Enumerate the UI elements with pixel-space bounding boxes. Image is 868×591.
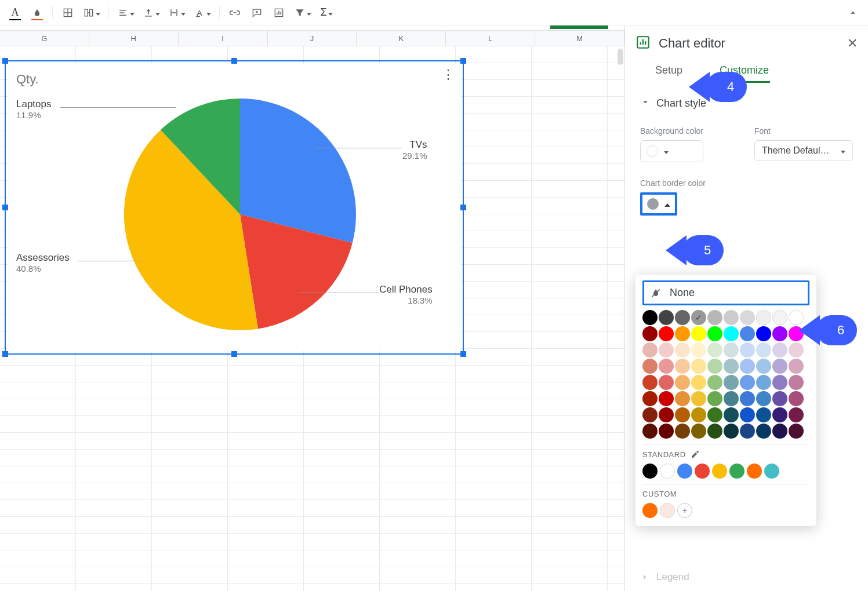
color-swatch[interactable] bbox=[740, 424, 755, 439]
color-swatch[interactable] bbox=[659, 407, 674, 422]
color-swatch[interactable] bbox=[724, 359, 739, 374]
color-swatch[interactable] bbox=[691, 424, 706, 439]
color-swatch[interactable] bbox=[642, 407, 658, 422]
color-swatch[interactable] bbox=[675, 424, 690, 439]
color-swatch[interactable] bbox=[675, 407, 690, 422]
color-swatch[interactable] bbox=[659, 359, 674, 374]
color-none-option[interactable]: None bbox=[642, 280, 809, 305]
color-swatch[interactable] bbox=[740, 310, 755, 325]
add-custom-color-button[interactable]: + bbox=[677, 503, 692, 518]
color-swatch[interactable] bbox=[772, 375, 787, 390]
color-swatch[interactable] bbox=[707, 310, 722, 325]
color-swatch[interactable] bbox=[642, 503, 658, 518]
color-swatch[interactable] bbox=[691, 359, 706, 374]
color-swatch[interactable] bbox=[789, 359, 804, 374]
color-swatch[interactable] bbox=[756, 391, 771, 406]
color-swatch[interactable] bbox=[675, 375, 690, 390]
vertical-align-button[interactable] bbox=[140, 4, 162, 21]
color-swatch[interactable] bbox=[724, 424, 739, 439]
color-swatch[interactable] bbox=[740, 391, 755, 406]
color-swatch[interactable] bbox=[659, 326, 674, 341]
color-swatch[interactable] bbox=[724, 342, 739, 357]
color-swatch[interactable] bbox=[756, 310, 771, 325]
color-swatch[interactable] bbox=[691, 391, 706, 406]
color-swatch[interactable] bbox=[756, 326, 771, 341]
color-swatch[interactable] bbox=[642, 424, 658, 439]
color-swatch[interactable] bbox=[691, 326, 706, 341]
color-swatch[interactable] bbox=[724, 310, 739, 325]
resize-handle[interactable] bbox=[460, 58, 466, 64]
color-swatch[interactable] bbox=[772, 326, 787, 341]
color-swatch[interactable] bbox=[707, 326, 722, 341]
resize-handle[interactable] bbox=[2, 58, 8, 64]
text-rotation-button[interactable] bbox=[191, 4, 213, 21]
color-swatch[interactable] bbox=[729, 464, 744, 479]
chart-menu-button[interactable]: ⋮ bbox=[442, 68, 455, 81]
horizontal-align-button[interactable] bbox=[115, 4, 137, 21]
color-swatch[interactable] bbox=[675, 326, 690, 341]
filter-button[interactable] bbox=[292, 4, 314, 21]
color-swatch[interactable] bbox=[772, 424, 787, 439]
color-swatch[interactable] bbox=[772, 310, 787, 325]
color-swatch[interactable] bbox=[764, 464, 779, 479]
color-swatch[interactable] bbox=[740, 342, 755, 357]
close-panel-button[interactable]: ✕ bbox=[847, 36, 858, 51]
color-swatch[interactable] bbox=[772, 342, 787, 357]
resize-handle[interactable] bbox=[231, 351, 237, 357]
color-swatch[interactable] bbox=[642, 342, 658, 357]
color-swatch[interactable] bbox=[724, 407, 739, 422]
vertical-scrollbar[interactable] bbox=[618, 49, 623, 65]
color-swatch[interactable] bbox=[691, 407, 706, 422]
color-swatch[interactable] bbox=[659, 342, 674, 357]
color-swatch[interactable] bbox=[789, 375, 804, 390]
color-swatch[interactable] bbox=[707, 342, 722, 357]
color-swatch[interactable] bbox=[772, 407, 787, 422]
color-swatch[interactable] bbox=[659, 391, 674, 406]
color-swatch[interactable] bbox=[789, 310, 804, 325]
color-swatch[interactable] bbox=[707, 407, 722, 422]
color-swatch[interactable] bbox=[695, 464, 710, 479]
insert-comment-button[interactable] bbox=[248, 4, 266, 21]
color-swatch[interactable] bbox=[756, 407, 771, 422]
color-swatch[interactable] bbox=[789, 342, 804, 357]
text-wrap-button[interactable] bbox=[166, 4, 188, 21]
color-swatch[interactable] bbox=[691, 342, 706, 357]
resize-handle[interactable] bbox=[231, 58, 237, 64]
color-swatch[interactable] bbox=[707, 375, 722, 390]
insert-chart-button[interactable] bbox=[270, 4, 288, 21]
insert-link-button[interactable] bbox=[226, 4, 244, 21]
functions-button[interactable]: Σ bbox=[317, 4, 336, 21]
color-swatch[interactable] bbox=[756, 424, 771, 439]
sheet-area[interactable]: G H I J K L M Qty. bbox=[0, 25, 624, 591]
color-swatch[interactable] bbox=[675, 310, 690, 325]
resize-handle[interactable] bbox=[460, 351, 466, 357]
color-swatch[interactable] bbox=[691, 310, 706, 325]
chart-card[interactable]: Qty. ⋮ bbox=[8, 64, 460, 351]
borders-button[interactable] bbox=[59, 4, 77, 21]
color-swatch[interactable] bbox=[712, 464, 727, 479]
color-swatch[interactable] bbox=[740, 407, 755, 422]
color-swatch[interactable] bbox=[756, 342, 771, 357]
tab-setup[interactable]: Setup bbox=[654, 60, 684, 83]
resize-handle[interactable] bbox=[2, 205, 8, 210]
color-swatch[interactable] bbox=[724, 391, 739, 406]
color-swatch[interactable] bbox=[772, 391, 787, 406]
color-swatch[interactable] bbox=[789, 424, 804, 439]
color-swatch[interactable] bbox=[724, 326, 739, 341]
color-swatch[interactable] bbox=[659, 424, 674, 439]
color-swatch[interactable] bbox=[789, 391, 804, 406]
section-chart-style[interactable]: Chart style bbox=[625, 86, 868, 115]
chart-selection[interactable]: Qty. ⋮ bbox=[5, 60, 464, 355]
color-swatch[interactable] bbox=[740, 375, 755, 390]
color-swatch[interactable] bbox=[740, 326, 755, 341]
font-dropdown[interactable]: Theme Defaul… bbox=[754, 140, 853, 161]
section-legend-collapsed[interactable]: Legend bbox=[625, 567, 868, 588]
color-swatch[interactable] bbox=[675, 342, 690, 357]
color-swatch[interactable] bbox=[660, 464, 675, 479]
color-swatch[interactable] bbox=[707, 359, 722, 374]
fill-color-button[interactable] bbox=[28, 4, 46, 21]
collapse-toolbar-button[interactable] bbox=[844, 4, 862, 21]
color-swatch[interactable] bbox=[642, 375, 658, 390]
color-swatch[interactable] bbox=[660, 503, 675, 518]
color-swatch[interactable] bbox=[691, 375, 706, 390]
